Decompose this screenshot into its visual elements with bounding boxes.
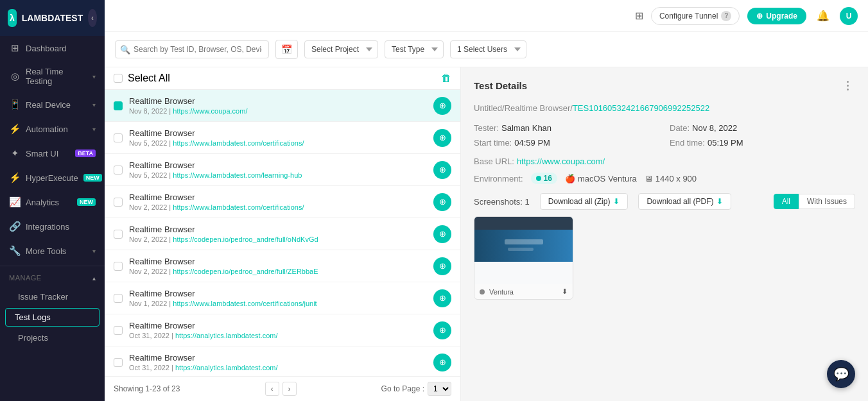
sidebar-item-real-time-testing[interactable]: ◎ Real Time Testing ▾ bbox=[0, 60, 105, 92]
sidebar-item-hyperexecute[interactable]: ⚡ HyperExecute NEW bbox=[0, 166, 105, 190]
test-name: Realtime Browser bbox=[129, 225, 427, 234]
download-pdf-button[interactable]: Download all (PDF) ⬇ bbox=[638, 193, 731, 210]
test-checkbox[interactable] bbox=[114, 198, 123, 207]
topbar: ⊞ Configure Tunnel ? ⊕ Upgrade 🔔 U bbox=[105, 0, 868, 32]
browser-dot bbox=[536, 176, 541, 181]
test-url[interactable]: https://codepen.io/pedroo_andre/full/oNd… bbox=[173, 235, 318, 243]
sidebar-item-smart-ui[interactable]: ✦ Smart UI BETA bbox=[0, 141, 105, 166]
users-select[interactable]: 1 Select Users bbox=[450, 40, 526, 58]
sidebar-item-integrations[interactable]: 🔗 Integrations bbox=[0, 214, 105, 239]
calendar-button[interactable]: 📅 bbox=[275, 40, 298, 59]
main-content: ⊞ Configure Tunnel ? ⊕ Upgrade 🔔 U 🔍 📅 S… bbox=[105, 0, 868, 401]
end-time-label: End time: bbox=[670, 138, 705, 148]
test-checkbox[interactable] bbox=[114, 326, 123, 335]
browser-icon: ⊕ bbox=[433, 225, 451, 243]
tester-item: Tester: Salman Khan bbox=[474, 123, 659, 133]
resolution-value: 1440 x 900 bbox=[655, 174, 697, 183]
tab-all[interactable]: All bbox=[774, 194, 799, 209]
screenshot-thumbnail[interactable]: Ventura ⬇ bbox=[474, 216, 573, 300]
table-row[interactable]: Realtime Browser Nov 5, 2022 | https://w… bbox=[105, 122, 460, 154]
sidebar: λ LAMBDATEST ‹ ⊞ Dashboard ◎ Real Time T… bbox=[0, 0, 105, 401]
next-page-button[interactable]: › bbox=[282, 382, 297, 396]
tab-with-issues[interactable]: With Issues bbox=[799, 194, 855, 209]
test-url[interactable]: https://analytics.lambdatest.com/ bbox=[175, 364, 278, 371]
test-checkbox[interactable] bbox=[114, 101, 123, 110]
sidebar-item-test-logs[interactable]: Test Logs bbox=[5, 308, 100, 327]
base-url-value[interactable]: https://www.coupa.com/ bbox=[517, 157, 605, 166]
search-input[interactable] bbox=[115, 40, 269, 58]
sidebar-item-dashboard[interactable]: ⊞ Dashboard bbox=[0, 36, 105, 60]
test-url[interactable]: https://www.lambdatest.com/learning-hub bbox=[173, 171, 302, 179]
test-checkbox[interactable] bbox=[114, 294, 123, 303]
screenshots-header: Screenshots: 1 Download all (Zip) ⬇ Down… bbox=[474, 193, 855, 210]
browser-icon: ⊕ bbox=[433, 97, 451, 115]
test-info: Realtime Browser Nov 2, 2022 | https://c… bbox=[129, 225, 427, 243]
sidebar-item-label: More Tools bbox=[26, 246, 87, 256]
screenshot-mock bbox=[474, 217, 573, 284]
sidebar-collapse-button[interactable]: ‹ bbox=[88, 9, 97, 27]
test-checkbox[interactable] bbox=[114, 358, 123, 367]
test-url[interactable]: https://www.coupa.com/ bbox=[173, 107, 247, 115]
notifications-icon[interactable]: 🔔 bbox=[814, 7, 832, 25]
filters-bar: 🔍 📅 Select Project Test Type 1 Select Us… bbox=[105, 32, 868, 67]
sidebar-divider bbox=[0, 266, 105, 266]
delete-icon[interactable]: 🗑 bbox=[441, 73, 451, 84]
test-info: Realtime Browser Nov 5, 2022 | https://w… bbox=[129, 160, 427, 179]
table-row[interactable]: Realtime Browser Nov 2, 2022 | https://w… bbox=[105, 186, 460, 218]
test-url[interactable]: https://www.lambdatest.com/certification… bbox=[173, 300, 317, 307]
sidebar-item-automation[interactable]: ⚡ Automation ▾ bbox=[0, 117, 105, 141]
automation-icon: ⚡ bbox=[9, 123, 21, 135]
table-row[interactable]: Realtime Browser Nov 2, 2022 | https://c… bbox=[105, 218, 460, 250]
sidebar-item-projects[interactable]: Projects bbox=[0, 328, 105, 348]
test-url[interactable]: https://www.lambdatest.com/certification… bbox=[173, 139, 304, 147]
sidebar-item-analytics[interactable]: 📈 Analytics NEW bbox=[0, 190, 105, 214]
table-row[interactable]: Realtime Browser Oct 31, 2022 | https://… bbox=[105, 314, 460, 346]
integrations-icon: 🔗 bbox=[9, 221, 21, 232]
test-info: Realtime Browser Nov 1, 2022 | https://w… bbox=[129, 289, 427, 307]
sidebar-item-issue-tracker[interactable]: Issue Tracker bbox=[0, 287, 105, 307]
test-path-id[interactable]: TES10160532421667906992252522 bbox=[573, 103, 709, 113]
mock-nav bbox=[474, 217, 573, 230]
project-select[interactable]: Select Project bbox=[304, 40, 378, 58]
test-name: Realtime Browser bbox=[129, 257, 427, 266]
test-url[interactable]: https://www.lambdatest.com/certification… bbox=[173, 203, 304, 211]
table-row[interactable]: Realtime Browser Nov 5, 2022 | https://w… bbox=[105, 154, 460, 186]
table-row[interactable]: Realtime Browser Oct 31, 2022 | https://… bbox=[105, 346, 460, 376]
table-row[interactable]: Realtime Browser Nov 2, 2022 | https://c… bbox=[105, 250, 460, 282]
os-value: macOS Ventura bbox=[578, 174, 637, 183]
download-screenshot-icon[interactable]: ⬇ bbox=[562, 287, 568, 296]
grid-icon[interactable]: ⊞ bbox=[635, 10, 643, 22]
screenshot-os: Ventura bbox=[480, 288, 514, 296]
page-select[interactable]: 1 bbox=[428, 382, 451, 396]
issue-tracker-label: Issue Tracker bbox=[18, 292, 68, 302]
test-type-select[interactable]: Test Type bbox=[385, 40, 444, 58]
smart-ui-icon: ✦ bbox=[9, 148, 21, 159]
sidebar-item-real-device[interactable]: 📱 Real Device ▾ bbox=[0, 92, 105, 117]
avatar[interactable]: U bbox=[840, 7, 858, 25]
configure-tunnel-label: Configure Tunnel bbox=[659, 12, 718, 21]
test-checkbox[interactable] bbox=[114, 262, 123, 271]
test-checkbox[interactable] bbox=[114, 133, 123, 142]
more-options-button[interactable] bbox=[840, 78, 855, 93]
select-all-checkbox[interactable] bbox=[114, 74, 123, 83]
download-zip-button[interactable]: Download all (Zip) ⬇ bbox=[540, 193, 629, 210]
test-info: Realtime Browser Nov 2, 2022 | https://w… bbox=[129, 192, 427, 211]
table-row[interactable]: Realtime Browser Nov 8, 2022 | https://w… bbox=[105, 90, 460, 122]
test-checkbox[interactable] bbox=[114, 230, 123, 239]
base-url-item: Base URL: https://www.coupa.com/ bbox=[474, 157, 855, 166]
test-checkbox[interactable] bbox=[114, 166, 123, 175]
test-url[interactable]: https://analytics.lambdatest.com/ bbox=[175, 332, 278, 339]
test-url[interactable]: https://codepen.io/pedroo_andre/full/ZER… bbox=[173, 268, 318, 275]
chat-button[interactable]: 💬 bbox=[827, 360, 855, 388]
svg-rect-0 bbox=[505, 239, 543, 244]
prev-page-button[interactable]: ‹ bbox=[265, 382, 279, 396]
analytics-icon: 📈 bbox=[9, 196, 21, 208]
beta-badge: BETA bbox=[75, 149, 96, 157]
upgrade-button[interactable]: ⊕ Upgrade bbox=[747, 8, 806, 24]
table-row[interactable]: Realtime Browser Nov 1, 2022 | https://w… bbox=[105, 282, 460, 314]
sidebar-item-more-tools[interactable]: 🔧 More Tools ▾ bbox=[0, 239, 105, 263]
test-list-scroll[interactable]: Realtime Browser Nov 8, 2022 | https://w… bbox=[105, 90, 460, 376]
logo[interactable]: λ LAMBDATEST ‹ bbox=[0, 0, 105, 36]
test-info: Realtime Browser Oct 31, 2022 | https://… bbox=[129, 353, 427, 371]
configure-tunnel-button[interactable]: Configure Tunnel ? bbox=[651, 7, 740, 25]
